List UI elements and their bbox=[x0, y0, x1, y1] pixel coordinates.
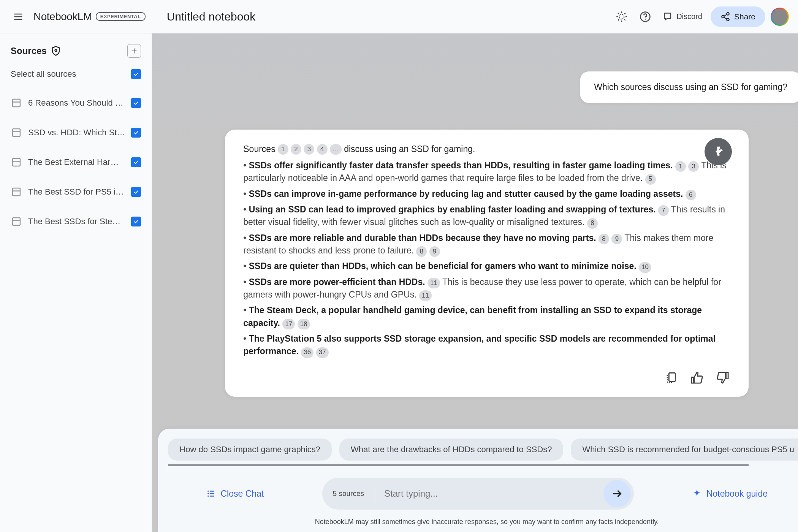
notebook-title[interactable]: Untitled notebook bbox=[167, 10, 256, 23]
close-chat-label: Close Chat bbox=[220, 489, 264, 499]
answer-bullet: • Using an SSD can lead to improved grap… bbox=[243, 203, 730, 229]
svg-rect-21 bbox=[13, 158, 20, 166]
chat-input[interactable] bbox=[375, 478, 603, 510]
citation-chip[interactable]: 9 bbox=[611, 234, 622, 244]
svg-rect-17 bbox=[13, 99, 20, 107]
document-icon bbox=[11, 216, 22, 227]
thumbs-up-icon bbox=[690, 371, 703, 384]
experimental-badge: EXPERIMENTAL bbox=[96, 12, 146, 21]
notebook-guide-button[interactable]: Notebook guide bbox=[692, 489, 768, 499]
close-chat-button[interactable]: Close Chat bbox=[206, 489, 264, 499]
intro-suffix: discuss using an SSD for gaming. bbox=[344, 144, 475, 154]
select-all-label: Select all sources bbox=[11, 69, 76, 79]
list-icon bbox=[206, 489, 216, 499]
answer-intro: Sources 1 2 3 4 … discuss using an SSD f… bbox=[243, 143, 730, 155]
citation-chip[interactable]: 18 bbox=[298, 319, 310, 329]
hamburger-menu-button[interactable] bbox=[9, 8, 27, 26]
citation-chip[interactable]: 4 bbox=[317, 144, 328, 155]
discord-link[interactable]: Discord bbox=[660, 9, 705, 24]
thumbs-up-button[interactable] bbox=[689, 370, 705, 385]
sources-count[interactable]: 5 sources bbox=[322, 484, 375, 503]
share-button[interactable]: Share bbox=[711, 6, 765, 27]
citation-chip[interactable]: 3 bbox=[688, 161, 699, 172]
suggestions-scrollbar[interactable] bbox=[168, 464, 749, 466]
add-source-button[interactable] bbox=[127, 44, 141, 58]
citation-chip[interactable]: 3 bbox=[304, 144, 314, 155]
answer-bullet: • The PlayStation 5 also supports SSD st… bbox=[243, 332, 730, 358]
topbar: NotebookLM EXPERIMENTAL Untitled noteboo… bbox=[0, 0, 798, 33]
answer-bullet: • SSDs are quieter than HDDs, which can … bbox=[243, 260, 730, 272]
svg-point-16 bbox=[55, 49, 57, 51]
citation-chip[interactable]: 5 bbox=[645, 174, 656, 185]
source-checkbox[interactable] bbox=[131, 187, 141, 197]
source-row[interactable]: The Best SSD for PS5 i… bbox=[11, 177, 141, 207]
assistant-message-bubble: Sources 1 2 3 4 … discuss using an SSD f… bbox=[225, 130, 749, 397]
answer-bullet: • SSDs offer significantly faster data t… bbox=[243, 159, 730, 185]
source-name: The Best SSDs for Ste… bbox=[28, 217, 125, 226]
citation-chip[interactable]: 37 bbox=[316, 347, 329, 358]
source-name: SSD vs. HDD: Which St… bbox=[28, 128, 125, 138]
bottom-panel: How do SSDs impact game graphics?What ar… bbox=[158, 429, 798, 532]
sparkle-icon bbox=[692, 489, 702, 499]
copy-button[interactable] bbox=[663, 370, 679, 385]
citation-chip[interactable]: 7 bbox=[658, 205, 669, 216]
document-icon bbox=[11, 127, 22, 138]
check-icon bbox=[133, 100, 139, 106]
check-icon bbox=[133, 218, 139, 225]
sun-icon bbox=[616, 11, 627, 22]
document-icon bbox=[11, 157, 22, 168]
settings-button[interactable] bbox=[613, 8, 631, 26]
suggestion-chip[interactable]: Which SSD is recommended for budget-cons… bbox=[571, 439, 798, 461]
citation-chip[interactable]: 6 bbox=[686, 190, 696, 200]
document-icon bbox=[11, 97, 22, 109]
help-button[interactable] bbox=[636, 8, 654, 26]
source-row[interactable]: SSD vs. HDD: Which St… bbox=[11, 118, 141, 147]
source-checkbox[interactable] bbox=[131, 98, 141, 108]
user-message-text: Which sources discuss using an SSD for g… bbox=[594, 82, 787, 92]
source-checkbox[interactable] bbox=[131, 157, 141, 167]
answer-bullet: • SSDs are more reliable and durable tha… bbox=[243, 232, 730, 257]
discord-label: Discord bbox=[676, 12, 702, 21]
citation-chip[interactable]: 36 bbox=[301, 347, 314, 358]
citation-chip[interactable]: 11 bbox=[419, 290, 432, 301]
user-avatar[interactable] bbox=[771, 8, 789, 26]
share-label: Share bbox=[734, 12, 755, 21]
check-icon bbox=[133, 159, 139, 165]
thumbs-down-button[interactable] bbox=[715, 370, 730, 385]
sidebar: Sources Select all sources 6 Reasons You… bbox=[0, 33, 152, 532]
svg-point-13 bbox=[727, 18, 729, 21]
suggestion-chip[interactable]: How do SSDs impact game graphics? bbox=[168, 439, 332, 461]
answer-bullet: • SSDs can improve in-game performance b… bbox=[243, 188, 730, 200]
send-button[interactable] bbox=[603, 480, 631, 507]
suggestion-chip[interactable]: What are the drawbacks of HDDs compared … bbox=[339, 439, 563, 461]
sources-heading: Sources bbox=[11, 46, 61, 56]
source-row[interactable]: 6 Reasons You Should … bbox=[11, 88, 141, 118]
pushpin-icon bbox=[712, 146, 724, 158]
source-checkbox[interactable] bbox=[131, 128, 141, 138]
select-all-row[interactable]: Select all sources bbox=[11, 65, 141, 88]
citation-chip[interactable]: 9 bbox=[429, 246, 440, 257]
source-row[interactable]: The Best External Har… bbox=[11, 147, 141, 177]
citation-chip[interactable]: 10 bbox=[639, 262, 651, 273]
citation-chip[interactable]: 2 bbox=[291, 144, 301, 155]
citation-chip[interactable]: 17 bbox=[282, 319, 295, 329]
citation-chip[interactable]: 8 bbox=[587, 218, 598, 229]
svg-rect-25 bbox=[13, 218, 20, 225]
topbar-actions: Discord Share bbox=[613, 6, 789, 27]
close-panel-button[interactable] bbox=[794, 44, 798, 61]
pin-button[interactable] bbox=[705, 138, 732, 165]
svg-point-12 bbox=[722, 15, 724, 18]
citation-chip[interactable]: … bbox=[330, 144, 342, 155]
source-checkbox[interactable] bbox=[131, 217, 141, 226]
svg-line-7 bbox=[618, 19, 619, 21]
sources-heading-text: Sources bbox=[11, 46, 47, 56]
citation-chip[interactable]: 11 bbox=[428, 278, 440, 288]
citation-chip[interactable]: 1 bbox=[278, 144, 288, 155]
main-area: Which sources discuss using an SSD for g… bbox=[152, 33, 798, 532]
citation-chip[interactable]: 8 bbox=[416, 246, 427, 257]
source-row[interactable]: The Best SSDs for Ste… bbox=[11, 207, 141, 236]
citation-chip[interactable]: 8 bbox=[598, 234, 609, 244]
citation-chip[interactable]: 1 bbox=[675, 161, 686, 172]
select-all-checkbox[interactable] bbox=[131, 69, 141, 79]
app-name: NotebookLM bbox=[33, 11, 92, 23]
